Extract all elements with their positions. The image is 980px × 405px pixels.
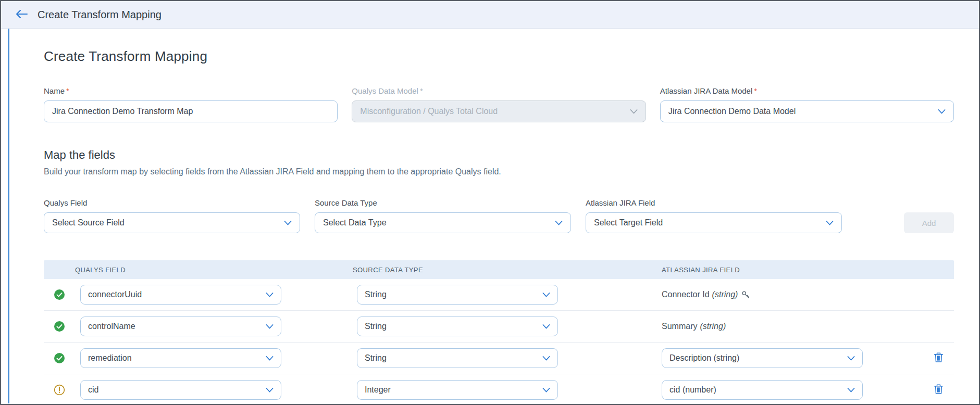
page-title: Create Transform Mapping bbox=[44, 48, 954, 65]
row-source-type-value: String bbox=[365, 290, 387, 299]
row-qualys-field-value: connectorUuid bbox=[88, 290, 142, 299]
jira-data-model-select[interactable]: Jira Connection Demo Data Model bbox=[660, 100, 954, 122]
jira-data-model-field: Atlassian JIRA Data Model* Jira Connecti… bbox=[660, 86, 954, 122]
table-row: connectorUuid String Connector Id (strin… bbox=[44, 279, 954, 311]
chevron-down-icon bbox=[542, 356, 550, 361]
status-valid-icon bbox=[54, 352, 65, 364]
source-data-type-label: Source Data Type bbox=[315, 198, 571, 207]
chevron-down-icon bbox=[266, 324, 274, 329]
trash-icon bbox=[934, 352, 944, 364]
table-row: remediation String Description (string) bbox=[44, 343, 954, 374]
name-label: Name* bbox=[44, 86, 338, 95]
qualys-data-model-label: Qualys Data Model* bbox=[352, 86, 646, 95]
chevron-down-icon bbox=[847, 356, 855, 361]
jira-field-selector: Atlassian JIRA Field Select Target Field bbox=[586, 198, 842, 233]
chevron-down-icon bbox=[542, 293, 550, 297]
trash-icon bbox=[934, 384, 944, 396]
row-jira-field-name: Connector Id bbox=[662, 290, 710, 299]
jira-field-select-value: Select Target Field bbox=[594, 218, 663, 227]
qualys-data-model-field: Qualys Data Model* Misconfiguration / Qu… bbox=[352, 86, 646, 122]
topbar-title: Create Transform Mapping bbox=[38, 9, 162, 21]
column-header-source-data-type: SOURCE DATA TYPE bbox=[353, 266, 662, 274]
row-jira-field-text: Summary (string) bbox=[662, 322, 726, 331]
row-qualys-field-value: controlName bbox=[88, 322, 135, 331]
status-warning-icon bbox=[54, 384, 65, 396]
required-asterisk: * bbox=[420, 86, 423, 95]
chevron-down-icon bbox=[847, 388, 855, 393]
row-source-type-select[interactable]: String bbox=[357, 285, 558, 305]
table-row: controlName String Summary (string) bbox=[44, 311, 954, 343]
chevron-down-icon bbox=[266, 356, 274, 361]
row-qualys-field-select[interactable]: remediation bbox=[80, 348, 281, 368]
qualys-field-label: Qualys Field bbox=[44, 198, 300, 207]
row-source-type-select[interactable]: String bbox=[357, 317, 558, 336]
source-data-type-select[interactable]: Select Data Type bbox=[315, 212, 571, 233]
chevron-down-icon bbox=[542, 388, 550, 393]
row-qualys-field-select[interactable]: connectorUuid bbox=[80, 285, 281, 305]
jira-data-model-label: Atlassian JIRA Data Model* bbox=[660, 86, 954, 95]
row-jira-field-value: cid (number) bbox=[669, 385, 716, 395]
qualys-field-select-value: Select Source Field bbox=[52, 218, 125, 227]
jira-data-model-value: Jira Connection Demo Data Model bbox=[668, 107, 796, 116]
name-input[interactable] bbox=[44, 100, 338, 122]
mapping-table: QUALYS FIELD SOURCE DATA TYPE ATLASSIAN … bbox=[44, 260, 954, 405]
row-jira-field-value: Description (string) bbox=[669, 353, 739, 363]
row-qualys-field-value: remediation bbox=[88, 353, 132, 363]
key-icon bbox=[741, 290, 750, 299]
required-asterisk: * bbox=[66, 86, 69, 95]
create-transform-mapping-screen: Create Transform Mapping Create Transfor… bbox=[0, 0, 980, 405]
qualys-field-select[interactable]: Select Source Field bbox=[44, 212, 300, 233]
name-field: Name* bbox=[44, 86, 338, 122]
chevron-down-icon bbox=[284, 221, 292, 225]
table-row: cid Integer cid (number) bbox=[44, 374, 954, 405]
chevron-down-icon bbox=[555, 221, 563, 225]
delete-row-button[interactable] bbox=[934, 384, 944, 396]
row-qualys-field-select[interactable]: cid bbox=[80, 380, 281, 400]
qualys-field-selector: Qualys Field Select Source Field bbox=[44, 198, 300, 233]
row-source-type-value: Integer bbox=[365, 385, 391, 395]
top-form-row: Name* Qualys Data Model* Misconfiguratio… bbox=[44, 86, 954, 122]
jira-field-select[interactable]: Select Target Field bbox=[586, 212, 842, 233]
back-button[interactable] bbox=[16, 9, 28, 20]
row-source-type-select[interactable]: Integer bbox=[357, 380, 558, 400]
add-button[interactable]: Add bbox=[904, 212, 954, 233]
chevron-down-icon bbox=[266, 388, 274, 393]
row-jira-field-select[interactable]: cid (number) bbox=[662, 380, 863, 400]
source-data-type-selector: Source Data Type Select Data Type bbox=[315, 198, 571, 233]
row-source-type-select[interactable]: String bbox=[357, 348, 558, 368]
chevron-down-icon bbox=[266, 293, 274, 297]
required-asterisk: * bbox=[754, 86, 757, 95]
source-data-type-select-value: Select Data Type bbox=[323, 218, 387, 227]
mapping-table-body: connectorUuid String Connector Id (strin… bbox=[44, 279, 954, 405]
map-fields-description: Build your transform map by selecting fi… bbox=[44, 167, 954, 176]
row-jira-field-text: Connector Id (string) bbox=[662, 290, 750, 299]
map-fields-heading: Map the fields bbox=[44, 148, 954, 162]
chevron-down-icon bbox=[630, 109, 638, 114]
column-header-jira-field: ATLASSIAN JIRA FIELD bbox=[662, 266, 912, 274]
qualys-data-model-value: Misconfiguration / Qualys Total Cloud bbox=[360, 107, 498, 116]
column-header-qualys-field: QUALYS FIELD bbox=[75, 266, 353, 274]
qualys-data-model-select[interactable]: Misconfiguration / Qualys Total Cloud bbox=[352, 100, 646, 122]
chevron-down-icon bbox=[542, 324, 550, 329]
chevron-down-icon bbox=[938, 109, 946, 114]
row-jira-field-select[interactable]: Description (string) bbox=[662, 348, 863, 368]
jira-field-label: Atlassian JIRA Field bbox=[586, 198, 842, 207]
field-selector-row: Qualys Field Select Source Field Source … bbox=[44, 198, 954, 233]
row-qualys-field-select[interactable]: controlName bbox=[80, 317, 281, 336]
chevron-down-icon bbox=[826, 221, 834, 225]
topbar: Create Transform Mapping bbox=[1, 1, 979, 29]
mapping-table-header: QUALYS FIELD SOURCE DATA TYPE ATLASSIAN … bbox=[44, 260, 954, 279]
row-jira-field-name: Summary bbox=[662, 322, 697, 331]
row-source-type-value: String bbox=[365, 322, 387, 331]
content-card: Create Transform Mapping Name* Qualys Da… bbox=[8, 29, 979, 403]
back-arrow-icon bbox=[16, 9, 28, 20]
status-valid-icon bbox=[54, 289, 65, 300]
row-source-type-value: String bbox=[365, 353, 387, 363]
delete-row-button[interactable] bbox=[934, 352, 944, 364]
status-valid-icon bbox=[54, 321, 65, 332]
row-jira-field-type: (string) bbox=[712, 290, 738, 299]
row-qualys-field-value: cid bbox=[88, 385, 98, 395]
row-jira-field-type: (string) bbox=[700, 322, 726, 331]
